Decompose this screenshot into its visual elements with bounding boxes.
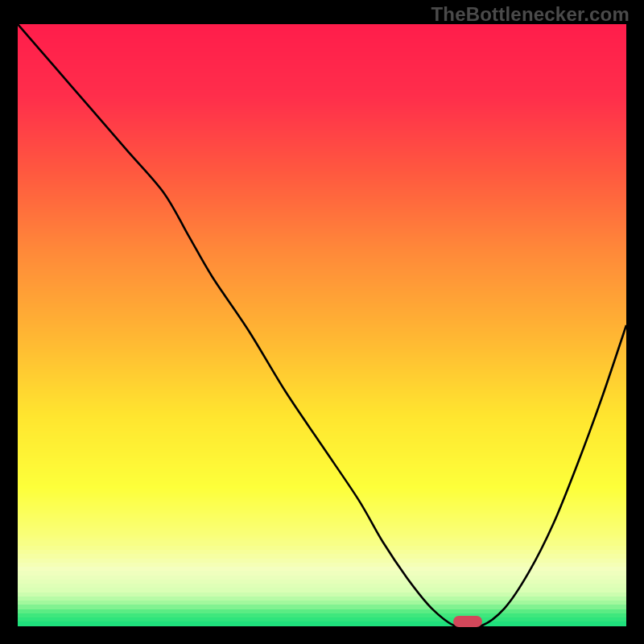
gradient-background bbox=[18, 24, 626, 626]
watermark-text: TheBottlenecker.com bbox=[431, 3, 630, 26]
chart-frame: TheBottlenecker.com bbox=[0, 0, 644, 644]
plot-container bbox=[18, 24, 626, 626]
optimal-marker bbox=[453, 616, 482, 627]
plot-area bbox=[18, 24, 626, 626]
